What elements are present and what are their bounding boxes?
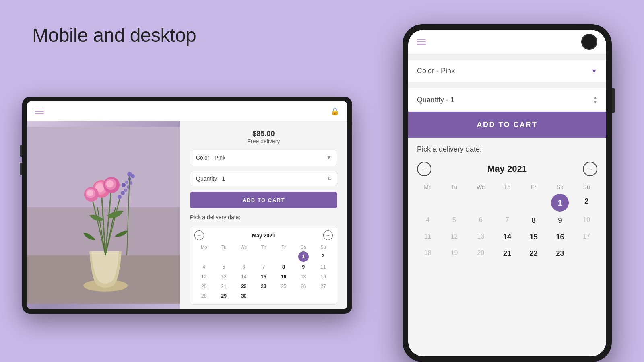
phone-device: Color - Pink ▼ Quantity - 1 ▲ ▼ ADD TO C…: [402, 24, 612, 362]
cal-day-30[interactable]: 30: [234, 292, 253, 300]
phone-delivery-label: Pick a delivery date:: [408, 138, 606, 158]
phone-add-to-cart-button[interactable]: ADD TO CART: [408, 112, 606, 138]
tablet-price: $85.00: [190, 130, 337, 138]
tablet-quantity-dropdown[interactable]: Quantity - 1 ⇅: [190, 171, 337, 186]
tablet-cal-prev[interactable]: ←: [194, 230, 204, 240]
phone-quantity-label: Quantity - 1: [417, 96, 454, 104]
cal-day-1[interactable]: 1: [298, 251, 309, 262]
phone-cal-day-21[interactable]: 21: [495, 246, 520, 261]
phone-cal-empty: [521, 194, 546, 212]
cal-day-28[interactable]: 28: [194, 292, 213, 300]
svg-point-29: [127, 172, 132, 177]
cal-day-9[interactable]: 9: [294, 263, 313, 272]
cal-day-7[interactable]: 7: [254, 263, 273, 272]
cal-day-21[interactable]: 21: [214, 282, 233, 291]
cal-day-14[interactable]: 14: [234, 272, 253, 281]
cal-day-26[interactable]: 26: [294, 282, 313, 291]
cal-day-12[interactable]: 12: [194, 272, 213, 281]
phone-cal-day-16[interactable]: 16: [548, 230, 573, 245]
phone-topbar: [408, 30, 606, 54]
phone-color-dropdown[interactable]: Color - Pink ▼: [408, 60, 606, 83]
tablet-content: $85.00 Free delivery Color - Pink ▼ Quan…: [27, 121, 347, 309]
cal-day-2[interactable]: 2: [314, 251, 333, 262]
cal-day-6[interactable]: 6: [234, 263, 253, 272]
phone-cal-day-17[interactable]: 17: [574, 230, 599, 245]
phone-cal-day-15[interactable]: 15: [521, 230, 546, 245]
cal-day: [234, 251, 253, 262]
tablet-cal-next[interactable]: →: [323, 230, 333, 240]
cal-h-we: We: [234, 243, 253, 251]
svg-point-19: [118, 195, 122, 199]
tablet-device: 🔒: [22, 97, 352, 322]
phone-cal-day-18[interactable]: 18: [415, 246, 440, 261]
svg-point-18: [87, 190, 93, 196]
cal-day-11[interactable]: 11: [314, 263, 333, 272]
cal-day: [194, 251, 213, 262]
phone-cal-day-5[interactable]: 5: [442, 213, 467, 228]
cal-day-4[interactable]: 4: [194, 263, 213, 272]
phone-cal-day-22[interactable]: 22: [521, 246, 546, 261]
cal-day-8[interactable]: 8: [274, 263, 293, 272]
svg-point-20: [121, 191, 125, 195]
phone-cal-prev[interactable]: ←: [417, 162, 431, 176]
phone-cal-day-14[interactable]: 14: [495, 230, 520, 245]
cal-h-su: Su: [314, 243, 333, 251]
tablet-quantity-label: Quantity - 1: [196, 175, 225, 182]
cal-day-25[interactable]: 25: [274, 282, 293, 291]
tablet-color-arrow: ▼: [326, 155, 331, 160]
phone-cal-day-1[interactable]: 1: [551, 194, 569, 212]
cal-day-5[interactable]: 5: [214, 263, 233, 272]
phone-cal-day-13[interactable]: 13: [468, 230, 493, 245]
tablet-add-to-cart-button[interactable]: ADD TO CART: [190, 192, 337, 208]
phone-calendar: ← May 2021 → Mo Tu We Th Fr Sa Su: [408, 158, 606, 356]
phone-cal-day-7[interactable]: 7: [495, 213, 520, 228]
qty-down: ▼: [593, 100, 597, 104]
phone-h-sa: Sa: [548, 182, 573, 192]
cal-day-23[interactable]: 23: [254, 282, 273, 291]
phone-quantity-spinner[interactable]: ▲ ▼: [593, 96, 597, 104]
phone-cal-day-8[interactable]: 8: [521, 213, 546, 228]
phone-cal-day-9[interactable]: 9: [548, 213, 573, 228]
cal-day-15[interactable]: 15: [254, 272, 273, 281]
cal-h-tu: Tu: [214, 243, 233, 251]
phone-cal-next[interactable]: →: [583, 162, 597, 176]
cal-day-18[interactable]: 18: [294, 272, 313, 281]
tablet-color-dropdown[interactable]: Color - Pink ▼: [190, 150, 337, 165]
phone-h-tu: Tu: [442, 182, 467, 192]
phone-cal-day-11[interactable]: 11: [415, 230, 440, 245]
tablet-calendar: ← May 2021 → Mo Tu We Th Fr Sa Su: [190, 226, 337, 305]
phone-cal-day-2[interactable]: 2: [574, 194, 599, 212]
phone-cal-day-10[interactable]: 10: [574, 213, 599, 228]
phone-cal-month: May 2021: [487, 164, 527, 174]
tablet-price-block: $85.00 Free delivery: [190, 130, 337, 144]
cal-day-16[interactable]: 16: [274, 272, 293, 281]
phone-h-su: Su: [574, 182, 599, 192]
phone-color-arrow: ▼: [591, 68, 597, 75]
page-title: Mobile and desktop: [32, 24, 196, 46]
phone-h-th: Th: [495, 182, 520, 192]
phone-cal-day-12[interactable]: 12: [442, 230, 467, 245]
cal-day: [214, 251, 233, 262]
phone-quantity-field[interactable]: Quantity - 1 ▲ ▼: [408, 88, 606, 112]
qty-up: ▲: [593, 96, 597, 100]
phone-cal-empty: [415, 194, 440, 212]
cal-day-20[interactable]: 20: [194, 282, 213, 291]
cal-day-27[interactable]: 27: [314, 282, 333, 291]
tablet-cal-month: May 2021: [252, 232, 275, 239]
phone-cal-day-23[interactable]: 23: [548, 246, 573, 261]
phone-cal-grid: Mo Tu We Th Fr Sa Su 1 2 4: [415, 182, 599, 261]
phone-cal-day-20[interactable]: 20: [468, 246, 493, 261]
cal-day-13[interactable]: 13: [214, 272, 233, 281]
phone-cal-day-19[interactable]: 19: [442, 246, 467, 261]
phone-cal-day-4[interactable]: 4: [415, 213, 440, 228]
cal-day-29[interactable]: 29: [214, 292, 233, 300]
phone-menu-icon[interactable]: [417, 39, 426, 45]
cal-day-19[interactable]: 19: [314, 272, 333, 281]
phone-cal-day-6[interactable]: 6: [468, 213, 493, 228]
phone-cal-empty: [495, 194, 520, 212]
phone-cal-empty: [468, 194, 493, 212]
tablet-delivery: Free delivery: [190, 138, 337, 144]
cal-day-22[interactable]: 22: [234, 282, 253, 291]
tablet-menu-icon[interactable]: [35, 109, 44, 114]
phone-h-we: We: [468, 182, 493, 192]
